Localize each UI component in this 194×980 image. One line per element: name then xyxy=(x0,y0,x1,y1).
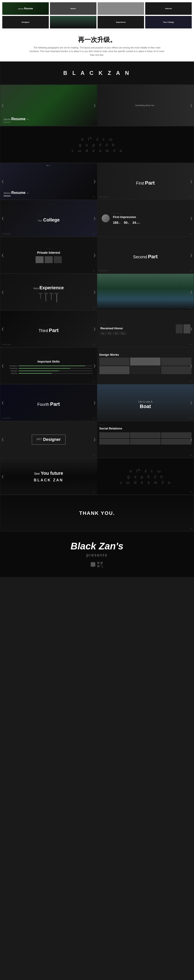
third-part-nav-left[interactable]: ❮ xyxy=(2,327,4,331)
brand-logo-icon xyxy=(91,562,95,567)
fi-stats: 165cm 50kg 24years xyxy=(113,221,189,224)
ppt-nav-right[interactable]: ❯ xyxy=(93,438,96,441)
we-year-2-bar xyxy=(46,294,46,301)
fourth-part-pagenum: 13 xyxy=(93,417,95,419)
preview-interest-label: Interest xyxy=(165,8,172,10)
seeyou-nav-left[interactable]: ❮ xyxy=(2,474,4,478)
row-interest-secondpart: · · · · · Private Interest ❮ ❯ 05 · · · … xyxy=(0,237,194,274)
dw-pagenum: 12 xyxy=(190,380,191,382)
nav-right-arrow[interactable]: ❯ xyxy=(93,103,96,107)
college-nav-right[interactable]: ❯ xyxy=(93,216,96,220)
sr-nav-right[interactable]: ❯ xyxy=(190,438,192,441)
we-year-3-label: 2014 xyxy=(50,293,53,294)
we-year-4-bar xyxy=(56,294,57,302)
skill-track-html xyxy=(18,373,93,374)
resume-dark-content: Iphone Resume › ❮ ❯ 01 xyxy=(0,163,97,200)
fi-right: · · · · · First Impression 165cm 50kg 24… xyxy=(113,212,189,224)
sr-cell-5 xyxy=(130,439,160,444)
see-you-text: See You future xyxy=(34,471,63,476)
ppt-designer-content: PPT Designer ❮ ❯ 15 xyxy=(0,421,97,458)
fourth-part-label: · · · · · Fourth Part xyxy=(37,398,60,407)
sr-title: Social Relations xyxy=(99,427,122,430)
we-nav-right[interactable]: ❯ xyxy=(93,290,96,294)
pattern-chars-1: o Ib ∂ ε ω g s ρ ℓ ∂ h ε ω d e s w ∂ a xyxy=(72,135,123,154)
received-honor-slide: · · · · · Received Honor Day Year Title … xyxy=(97,311,194,347)
your-college-content: · · · · · Your College ❮ ❯ 03 BLACKZAN xyxy=(0,200,97,237)
resume-dark-nav-right[interactable]: ❯ xyxy=(93,180,96,183)
pi-nav-right[interactable]: ❯ xyxy=(93,253,96,257)
rh-left: · · · · · Received Honor Day Year Title … xyxy=(101,323,174,335)
about-nav-right[interactable]: ❯ xyxy=(190,103,192,107)
fourth-part-nav-left[interactable]: ❮ xyxy=(2,401,4,404)
second-part-pagenum-left: BLACKZAN xyxy=(99,270,108,272)
rh-nav-right[interactable]: ❯ xyxy=(190,327,192,331)
pi-pagenum: 05 xyxy=(93,270,95,272)
college-nav-left[interactable]: ❮ xyxy=(2,216,4,220)
row-fourthpart-boat: · · · · · Fourth Part ❮ ❯ 13 BLACKZAN · … xyxy=(0,384,194,421)
iphone-thin: Iphone xyxy=(4,118,11,121)
we-year-1-bar xyxy=(40,294,41,299)
sr-cell-3 xyxy=(161,433,191,438)
iphone-resume-dark-label: Iphone Resume › xyxy=(4,191,28,195)
first-part-nav-right[interactable]: ❯ xyxy=(190,180,192,183)
dw-cell-3 xyxy=(161,358,191,366)
third-part-pagenum: 09 xyxy=(93,344,95,345)
lb-small-label: · · · · · xyxy=(143,396,148,398)
fi-title: First Impression xyxy=(113,215,189,219)
third-part-content: · · · · · Third Part ❮ ❯ 09 BLACKZAN xyxy=(0,311,97,347)
skills-nav-right[interactable]: ❯ xyxy=(93,364,96,368)
see-you-content: See You future BLACK ZAN ❮ 17 xyxy=(0,458,97,495)
lb-title-row: Life Is Like A xyxy=(138,399,152,404)
fi-nav-right[interactable]: ❯ xyxy=(190,216,192,220)
main-section: B L A C K Z A N Iphone Resume › ❮ ❯ So xyxy=(0,62,194,531)
resume-dark-nav-left[interactable]: ❮ xyxy=(2,180,4,183)
row-seeyou-pattern: See You future BLACK ZAN ❮ 17 o Ib ∂ ε ω… xyxy=(0,458,194,495)
pi-nav-left[interactable]: ❮ xyxy=(2,253,4,257)
resume-label-wrapper: Iphone Resume › xyxy=(4,117,28,123)
third-part-nav-right[interactable]: ❯ xyxy=(93,327,96,331)
college-bold: College xyxy=(43,217,59,222)
rh-book-1 xyxy=(176,324,183,333)
pattern-content-1: o Ib ∂ ε ω g s ρ ℓ ∂ h ε ω d e s w ∂ a xyxy=(0,126,194,163)
lb-nav-right[interactable]: ❯ xyxy=(190,401,192,404)
thank-you-slide: THANK YOU. 19 xyxy=(0,495,194,531)
skill-row-illustrator: Illustrator xyxy=(5,370,93,372)
skill-name-photoshop: Photoshop xyxy=(5,368,17,369)
blackzan-road: BLACK ZAN xyxy=(34,478,63,482)
row-designer-social: PPT Designer ❮ ❯ 15 · · · · · Social Rel… xyxy=(0,421,194,458)
ppt-pagenum: 15 xyxy=(93,454,95,456)
fourth-part-bold: Part xyxy=(50,401,60,407)
rh-book-2 xyxy=(183,324,190,333)
second-part-nav-right[interactable]: ❯ xyxy=(190,253,192,257)
qr-icon xyxy=(97,562,103,567)
skills-nav-left[interactable]: ❮ xyxy=(2,364,4,368)
ppt-nav-left[interactable]: ❮ xyxy=(2,438,4,441)
dw-nav-right[interactable]: ❯ xyxy=(190,364,192,368)
skill-name-powerpoint: Powerpoint xyxy=(5,365,17,367)
fourth-part-slide: · · · · · Fourth Part ❮ ❯ 13 BLACKZAN xyxy=(0,384,97,421)
landscape-nav-right[interactable]: ❯ xyxy=(190,290,192,294)
svg-rect-6 xyxy=(101,565,101,566)
college-label: · · · · · Your College xyxy=(38,214,60,223)
preview-cell-designer: Designer xyxy=(2,16,49,29)
fi-left xyxy=(102,215,110,222)
fi-stat-weight: 50kg xyxy=(124,221,129,224)
rh-label-day: Day xyxy=(101,332,106,335)
nav-left-arrow[interactable]: ❮ xyxy=(2,103,4,107)
skill-row-powerpoint: Powerpoint xyxy=(5,365,93,367)
pattern-chars-2: o Ib ∂ ε ω g s ρ ℓ ∂ h ε ω d e s w ∂ a xyxy=(120,467,171,486)
landscape-pagenum: 08 xyxy=(190,307,191,309)
row-thirdpart-honor: · · · · · Third Part ❮ ❯ 09 BLACKZAN · ·… xyxy=(0,310,194,347)
see-thin: See xyxy=(34,472,40,476)
fourth-part-thin: Fourth xyxy=(37,402,49,407)
fourth-part-nav-right[interactable]: ❯ xyxy=(93,401,96,404)
we-year-3-bar xyxy=(51,294,51,300)
third-part-label: · · · · · Third Part xyxy=(38,324,59,333)
we-thin: Work xyxy=(34,287,39,290)
resume-dark-underline xyxy=(4,196,11,196)
college-pagenum: 03 xyxy=(93,233,95,235)
fourth-part-content: · · · · · Fourth Part ❮ ❯ 13 BLACKZAN xyxy=(0,384,97,421)
pattern-2-pagenum: 18 xyxy=(190,491,191,493)
life-boat-slide: · · · · · Life Is Like A Boat ❯ 14 xyxy=(97,384,194,421)
we-nav-left[interactable]: ❮ xyxy=(2,290,4,294)
